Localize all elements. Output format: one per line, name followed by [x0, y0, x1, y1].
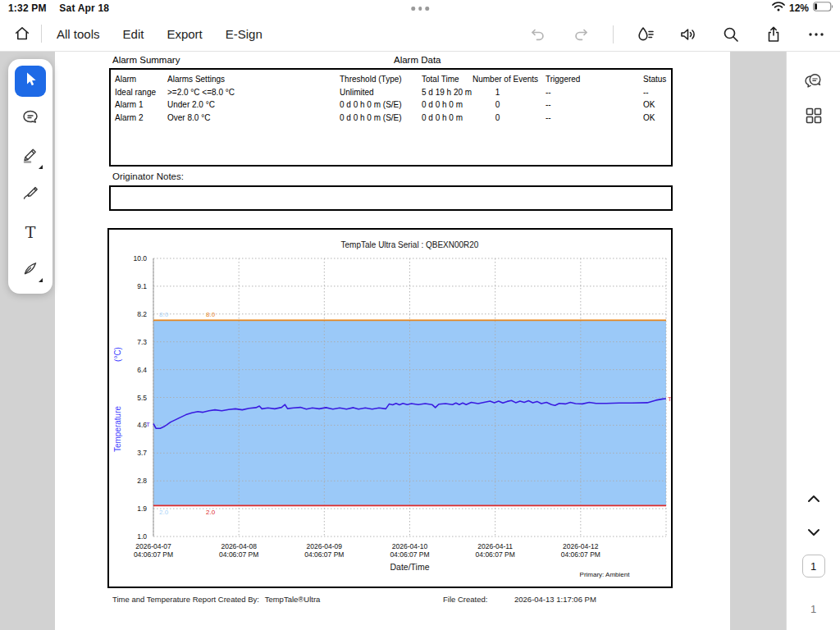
created-by-label: Time and Temperature Report Created By: [112, 595, 259, 604]
svg-text:04:06:07 PM: 04:06:07 PM [476, 550, 515, 559]
svg-text:5.5: 5.5 [137, 394, 147, 402]
nav-all-tools[interactable]: All tools [57, 27, 100, 41]
page-number-input[interactable]: 1 [802, 555, 825, 578]
alarm-table-header: Alarm Alarms Settings Threshold (Type) T… [111, 73, 671, 86]
multitask-indicator[interactable] [411, 7, 429, 11]
liquid-mode-button[interactable] [635, 24, 656, 45]
svg-text:2026-04-08: 2026-04-08 [221, 542, 257, 550]
alarm-summary-title: Alarm Summary [112, 55, 180, 65]
svg-text:2026-04-09: 2026-04-09 [307, 542, 343, 550]
svg-text:3.7: 3.7 [137, 449, 147, 457]
page-thumbnails-button[interactable] [802, 104, 825, 127]
wifi-icon [772, 2, 785, 14]
toolbar-divider [613, 25, 614, 43]
document-footer: Time and Temperature Report Created By: … [55, 595, 730, 606]
svg-text:T: T [668, 395, 671, 403]
svg-text:(°C): (°C) [113, 347, 122, 362]
svg-text:9.1: 9.1 [137, 282, 147, 290]
battery-percent: 12% [789, 2, 809, 14]
svg-text:8.0: 8.0 [159, 311, 169, 318]
highlight-tool-button[interactable] [15, 141, 46, 172]
svg-text:04:06:07 PM: 04:06:07 PM [561, 550, 600, 559]
svg-text:04:06:07 PM: 04:06:07 PM [390, 550, 429, 559]
svg-text:2.0: 2.0 [206, 509, 216, 516]
nav-esign[interactable]: E-Sign [226, 27, 262, 41]
comments-panel-button[interactable] [802, 70, 825, 93]
cursor-arrow-icon [21, 71, 39, 92]
pdf-page: Alarm Summary Alarm Data Alarm Alarms Se… [55, 52, 730, 630]
svg-text:2026-04-10: 2026-04-10 [392, 542, 428, 550]
comment-bubble-icon [21, 108, 39, 130]
svg-text:Date/Time: Date/Time [390, 562, 429, 572]
share-button[interactable] [763, 24, 784, 45]
svg-text:TempTale Ultra Serial : QBEXN: TempTale Ultra Serial : QBEXN00R20 [341, 240, 479, 249]
originator-notes-box [109, 185, 673, 211]
svg-text:2026-04-07: 2026-04-07 [135, 542, 171, 550]
svg-text:1.0: 1.0 [137, 532, 147, 541]
next-page-button[interactable] [802, 521, 825, 544]
svg-text:1.9: 1.9 [137, 504, 147, 513]
status-bar: 1:32 PM Sat Apr 18 12% [0, 0, 840, 16]
alarm-table: Alarm Alarms Settings Threshold (Type) T… [109, 68, 673, 167]
search-button[interactable] [720, 24, 742, 45]
svg-text:2.0: 2.0 [159, 509, 169, 516]
tool-palette: T [8, 59, 52, 294]
svg-text:2026-04-11: 2026-04-11 [477, 542, 513, 550]
svg-text:8.2: 8.2 [137, 310, 147, 318]
temperature-chart-svg: 8.08.02.02.0TT10.09.18.27.36.45.54.63.72… [109, 230, 671, 587]
temperature-chart: 8.08.02.02.0TT10.09.18.27.36.45.54.63.72… [107, 228, 673, 588]
redo-button[interactable] [570, 24, 591, 45]
svg-text:Temperature: Temperature [113, 405, 122, 452]
home-button[interactable] [11, 23, 33, 44]
draw-pen-icon [21, 184, 39, 205]
add-text-tool-button[interactable]: T [15, 217, 46, 248]
clock-time: 1:32 PM [8, 2, 47, 14]
svg-text:2026-04-12: 2026-04-12 [563, 542, 599, 550]
submenu-corner-icon [39, 278, 43, 282]
previous-page-button[interactable] [802, 487, 825, 510]
screen: 1:32 PM Sat Apr 18 12% All tools Edit Ex… [0, 0, 840, 630]
toolbar-divider [41, 25, 42, 43]
svg-text:6.4: 6.4 [137, 366, 147, 374]
fill-sign-tool-button[interactable] [15, 254, 46, 285]
svg-text:04:06:07 PM: 04:06:07 PM [304, 550, 344, 559]
svg-text:Primary: Ambient: Primary: Ambient [580, 571, 631, 578]
page-total-label: 1 [810, 603, 816, 615]
read-aloud-button[interactable] [678, 24, 699, 45]
svg-text:7.3: 7.3 [137, 338, 147, 346]
toolbar: All tools Edit Export E-Sign [0, 16, 840, 52]
undo-button[interactable] [527, 24, 549, 45]
created-by-value: TempTale®Ultra [265, 595, 321, 604]
svg-text:04:06:07 PM: 04:06:07 PM [134, 550, 173, 559]
table-row: Ideal range >=2.0 °C <=8.0 °C Unlimited … [111, 86, 671, 99]
select-tool-button[interactable] [15, 66, 46, 97]
table-row: Alarm 1 Under 2.0 °C 0 d 0 h 0 m (S/E) 0… [111, 98, 671, 112]
file-created-value: 2026-04-13 1:17:06 PM [514, 595, 596, 604]
more-options-button[interactable] [806, 24, 827, 45]
originator-notes-label: Originator Notes: [112, 171, 184, 181]
svg-text:04:06:07 PM: 04:06:07 PM [219, 550, 258, 559]
content-area: Alarm Summary Alarm Data Alarm Alarms Se… [0, 52, 840, 630]
sign-pen-icon [21, 259, 39, 281]
table-row: Alarm 2 Over 8.0 °C 0 d 0 h 0 m (S/E) 0 … [111, 112, 671, 125]
clock-date: Sat Apr 18 [59, 2, 109, 14]
svg-text:2.8: 2.8 [137, 477, 147, 485]
svg-text:10.0: 10.0 [133, 254, 147, 262]
battery-icon [813, 2, 833, 14]
right-panel: 1 1 [786, 52, 840, 630]
nav-export[interactable]: Export [167, 27, 202, 41]
draw-tool-button[interactable] [15, 179, 46, 210]
highlighter-icon [21, 146, 39, 167]
nav-edit[interactable]: Edit [123, 27, 144, 41]
svg-text:4.6: 4.6 [137, 421, 147, 429]
svg-text:8.0: 8.0 [206, 311, 216, 318]
text-tool-icon: T [25, 225, 36, 240]
comment-tool-button[interactable] [15, 103, 46, 135]
file-created-label: File Created: [443, 595, 487, 604]
submenu-corner-icon [39, 165, 43, 169]
alarm-data-title: Alarm Data [394, 55, 441, 65]
